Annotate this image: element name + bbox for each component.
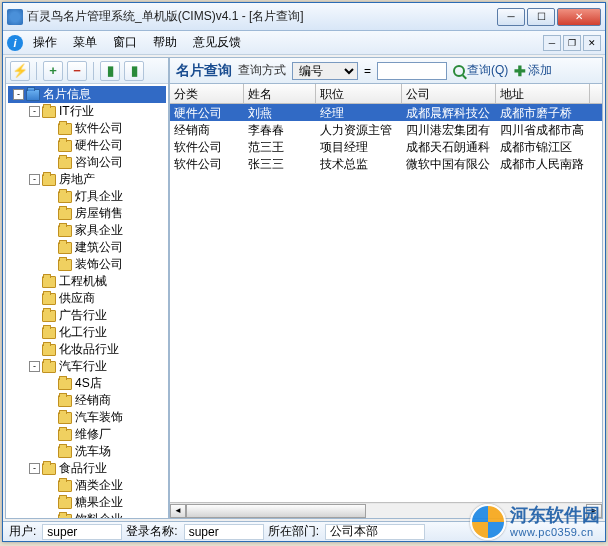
mdi-restore-button[interactable]: ❐ bbox=[563, 35, 581, 51]
left-pane: ⚡+−▮▮ -名片信息-IT行业软件公司硬件公司咨询公司-房地产灯具企业房屋销售… bbox=[5, 57, 169, 519]
tree-label: 工程机械 bbox=[59, 273, 107, 290]
column-header[interactable]: 分类 bbox=[170, 84, 244, 103]
column-header[interactable]: 公司 bbox=[402, 84, 496, 103]
info-icon[interactable]: i bbox=[7, 35, 23, 51]
scroll-thumb[interactable] bbox=[186, 504, 366, 518]
maximize-button[interactable]: ☐ bbox=[527, 8, 555, 26]
tree-node[interactable]: 洗车场 bbox=[8, 443, 166, 460]
tree-node[interactable]: -食品行业 bbox=[8, 460, 166, 477]
minimize-button[interactable]: ─ bbox=[497, 8, 525, 26]
app-icon bbox=[7, 9, 23, 25]
query-value-input[interactable] bbox=[377, 62, 447, 80]
folder-icon bbox=[58, 412, 72, 424]
tree-node[interactable]: -房地产 bbox=[8, 171, 166, 188]
menu-1[interactable]: 菜单 bbox=[65, 32, 105, 53]
work-area: ⚡+−▮▮ -名片信息-IT行业软件公司硬件公司咨询公司-房地产灯具企业房屋销售… bbox=[3, 55, 605, 521]
login-label: 登录名称: bbox=[126, 523, 179, 540]
tree-node[interactable]: 咨询公司 bbox=[8, 154, 166, 171]
tree-node[interactable]: 4S店 bbox=[8, 375, 166, 392]
scroll-right-button[interactable]: ► bbox=[586, 504, 602, 518]
column-header[interactable]: 职位 bbox=[316, 84, 402, 103]
tree-node[interactable]: 饮料企业 bbox=[8, 511, 166, 518]
toolbar-save-button[interactable]: ▮ bbox=[100, 61, 120, 81]
tree-label: 名片信息 bbox=[43, 86, 91, 103]
horizontal-scrollbar[interactable]: ◄ ► bbox=[170, 502, 602, 518]
folder-icon bbox=[42, 276, 56, 288]
toolbar-export-button[interactable]: ▮ bbox=[124, 61, 144, 81]
add-button[interactable]: ✚ 添加 bbox=[514, 62, 552, 79]
tree-label: 硬件公司 bbox=[75, 137, 123, 154]
folder-icon bbox=[58, 514, 72, 519]
folder-icon bbox=[58, 395, 72, 407]
collapse-icon[interactable]: - bbox=[29, 106, 40, 117]
table-cell: 经销商 bbox=[170, 121, 244, 138]
menu-2[interactable]: 窗口 bbox=[105, 32, 145, 53]
folder-icon bbox=[58, 242, 72, 254]
tree-label: 供应商 bbox=[59, 290, 95, 307]
tree-label: 饮料企业 bbox=[75, 511, 123, 518]
query-mode-select[interactable]: 编号 bbox=[292, 62, 358, 80]
tree-node[interactable]: 硬件公司 bbox=[8, 137, 166, 154]
column-header[interactable]: 地址 bbox=[496, 84, 590, 103]
scroll-track[interactable] bbox=[186, 504, 586, 518]
search-button[interactable]: 查询(Q) bbox=[453, 62, 508, 79]
tree-node[interactable]: 经销商 bbox=[8, 392, 166, 409]
tree-label: 建筑公司 bbox=[75, 239, 123, 256]
table-row[interactable]: 经销商李春春人力资源主管四川港宏集团有四川省成都市高 bbox=[170, 121, 602, 138]
tree-node[interactable]: -名片信息 bbox=[8, 86, 166, 103]
tree-node[interactable]: 装饰公司 bbox=[8, 256, 166, 273]
tree-node[interactable]: 工程机械 bbox=[8, 273, 166, 290]
table-row[interactable]: 软件公司范三王项目经理成都天石朗通科成都市锦江区 bbox=[170, 138, 602, 155]
tree-node[interactable]: 广告行业 bbox=[8, 307, 166, 324]
menu-0[interactable]: 操作 bbox=[25, 32, 65, 53]
mdi-minimize-button[interactable]: ─ bbox=[543, 35, 561, 51]
tree-node[interactable]: 糖果企业 bbox=[8, 494, 166, 511]
collapse-icon[interactable]: - bbox=[13, 89, 24, 100]
grid-body[interactable]: 硬件公司刘燕经理成都晨辉科技公成都市磨子桥经销商李春春人力资源主管四川港宏集团有… bbox=[170, 104, 602, 502]
statusbar: 用户: super 登录名称: super 所在部门: 公司本部 bbox=[3, 521, 605, 541]
scroll-left-button[interactable]: ◄ bbox=[170, 504, 186, 518]
tree-node[interactable]: 供应商 bbox=[8, 290, 166, 307]
folder-icon bbox=[26, 89, 40, 101]
folder-icon bbox=[42, 463, 56, 475]
window-controls: ─ ☐ ✕ bbox=[497, 8, 601, 26]
folder-icon bbox=[58, 259, 72, 271]
tree-label: 糖果企业 bbox=[75, 494, 123, 511]
user-label: 用户: bbox=[9, 523, 38, 540]
folder-icon bbox=[42, 174, 56, 186]
toolbar-add-button[interactable]: + bbox=[43, 61, 63, 81]
table-cell: 张三三 bbox=[244, 155, 316, 172]
menu-4[interactable]: 意见反馈 bbox=[185, 32, 249, 53]
tree-node[interactable]: 房屋销售 bbox=[8, 205, 166, 222]
column-header[interactable]: 姓名 bbox=[244, 84, 316, 103]
toolbar-remove-button[interactable]: − bbox=[67, 61, 87, 81]
tree-node[interactable]: 维修厂 bbox=[8, 426, 166, 443]
tree-node[interactable]: 酒类企业 bbox=[8, 477, 166, 494]
titlebar[interactable]: 百灵鸟名片管理系统_单机版(CIMS)v4.1 - [名片查询] ─ ☐ ✕ bbox=[3, 3, 605, 31]
query-mode-label: 查询方式 bbox=[238, 62, 286, 79]
tree-label: 经销商 bbox=[75, 392, 111, 409]
menu-3[interactable]: 帮助 bbox=[145, 32, 185, 53]
tree-node[interactable]: 汽车装饰 bbox=[8, 409, 166, 426]
toolbar-lightning-button[interactable]: ⚡ bbox=[10, 61, 30, 81]
query-title: 名片查询 bbox=[176, 62, 232, 80]
tree-node[interactable]: 家具企业 bbox=[8, 222, 166, 239]
collapse-icon[interactable]: - bbox=[29, 463, 40, 474]
mdi-close-button[interactable]: ✕ bbox=[583, 35, 601, 51]
table-row[interactable]: 硬件公司刘燕经理成都晨辉科技公成都市磨子桥 bbox=[170, 104, 602, 121]
table-row[interactable]: 软件公司张三三技术总监微软中国有限公成都市人民南路 bbox=[170, 155, 602, 172]
tree-node[interactable]: -汽车行业 bbox=[8, 358, 166, 375]
collapse-icon[interactable]: - bbox=[29, 174, 40, 185]
tree-node[interactable]: 建筑公司 bbox=[8, 239, 166, 256]
collapse-icon[interactable]: - bbox=[29, 361, 40, 372]
close-button[interactable]: ✕ bbox=[557, 8, 601, 26]
folder-icon bbox=[58, 140, 72, 152]
tree-node[interactable]: 软件公司 bbox=[8, 120, 166, 137]
table-cell: 刘燕 bbox=[244, 104, 316, 121]
tree-node[interactable]: 灯具企业 bbox=[8, 188, 166, 205]
tree-node[interactable]: -IT行业 bbox=[8, 103, 166, 120]
category-tree[interactable]: -名片信息-IT行业软件公司硬件公司咨询公司-房地产灯具企业房屋销售家具企业建筑… bbox=[6, 84, 168, 518]
folder-icon bbox=[42, 106, 56, 118]
tree-node[interactable]: 化工行业 bbox=[8, 324, 166, 341]
tree-node[interactable]: 化妆品行业 bbox=[8, 341, 166, 358]
